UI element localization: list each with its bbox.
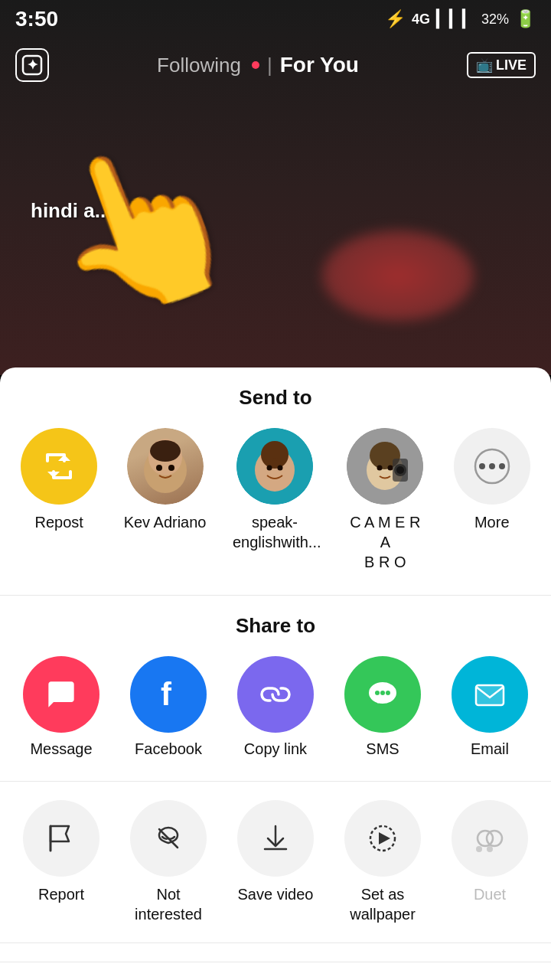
action-row: Report Notinterested Save bbox=[0, 800, 551, 924]
send-to-row: Repost Kev Adriano bbox=[0, 428, 551, 572]
signal-icon: ▎▎▎ bbox=[436, 9, 475, 29]
send-to-title: Send to bbox=[0, 386, 551, 410]
svg-point-37 bbox=[487, 831, 502, 846]
svg-point-5 bbox=[156, 465, 162, 471]
copy-link-icon bbox=[237, 656, 314, 733]
svg-point-10 bbox=[266, 466, 272, 471]
duet-icon bbox=[452, 800, 528, 877]
svg-point-30 bbox=[386, 691, 390, 695]
kev-avatar bbox=[127, 428, 204, 505]
send-label-more: More bbox=[474, 512, 510, 532]
svg-point-15 bbox=[377, 466, 383, 471]
action-item-duet: Duet bbox=[452, 800, 528, 924]
hand-pointer-icon: 👆 bbox=[21, 110, 262, 345]
more-avatar bbox=[454, 428, 530, 505]
top-nav: ✦ Following | For You 📺 LIVE bbox=[0, 38, 551, 92]
following-tab[interactable]: Following bbox=[157, 54, 241, 77]
bluetooth-icon: ⚡ bbox=[385, 9, 406, 29]
svg-point-39 bbox=[487, 846, 493, 852]
svg-point-21 bbox=[479, 463, 485, 469]
svg-point-16 bbox=[388, 466, 393, 471]
svg-text:✦: ✦ bbox=[27, 57, 38, 73]
svg-point-29 bbox=[380, 691, 385, 695]
action-label-set-wallpaper: Set aswallpaper bbox=[350, 884, 416, 924]
share-label-facebook: Facebook bbox=[135, 740, 202, 758]
not-interested-icon bbox=[130, 800, 207, 877]
action-item-save-video[interactable]: Save video bbox=[237, 800, 314, 924]
share-item-sms[interactable]: SMS bbox=[344, 656, 421, 758]
live-label: LIVE bbox=[496, 57, 527, 74]
share-label-sms: SMS bbox=[366, 740, 399, 758]
status-bar: 3:50 ⚡ 4G ▎▎▎ 32% 🔋 bbox=[0, 0, 551, 38]
speak-avatar bbox=[236, 428, 313, 505]
cancel-button[interactable]: Cancel bbox=[0, 962, 551, 980]
divider-1 bbox=[0, 595, 551, 596]
share-label-message: Message bbox=[30, 740, 92, 758]
nav-tabs: Following | For You bbox=[157, 53, 359, 77]
live-dot bbox=[252, 61, 259, 69]
report-icon bbox=[23, 800, 99, 877]
share-item-message[interactable]: Message bbox=[23, 656, 99, 758]
action-label-not-interested: Notinterested bbox=[135, 884, 202, 924]
svg-point-23 bbox=[499, 463, 505, 469]
email-icon bbox=[452, 656, 528, 733]
sms-icon bbox=[344, 656, 421, 733]
svg-marker-35 bbox=[379, 832, 390, 844]
live-tv-icon: 📺 bbox=[476, 57, 493, 74]
svg-line-33 bbox=[159, 829, 178, 848]
share-item-facebook[interactable]: f Facebook bbox=[130, 656, 207, 758]
facebook-icon: f bbox=[130, 656, 207, 733]
action-label-report: Report bbox=[38, 884, 84, 904]
divider-3 bbox=[0, 942, 551, 943]
action-label-save-video: Save video bbox=[238, 884, 314, 904]
send-label-repost: Repost bbox=[35, 512, 83, 532]
share-label-copylink: Copy link bbox=[244, 740, 307, 758]
share-item-email[interactable]: Email bbox=[452, 656, 528, 758]
live-button[interactable]: 📺 LIVE bbox=[467, 52, 536, 78]
share-item-copylink[interactable]: Copy link bbox=[237, 656, 314, 758]
camera-avatar bbox=[347, 428, 423, 505]
send-item-camera[interactable]: C A M E R AB R O bbox=[343, 428, 427, 572]
svg-point-11 bbox=[277, 466, 282, 471]
send-label-camera: C A M E R AB R O bbox=[343, 512, 427, 572]
battery-shape-icon: 🔋 bbox=[515, 9, 536, 29]
set-wallpaper-icon bbox=[344, 800, 421, 877]
svg-point-6 bbox=[168, 465, 174, 471]
network-icon: 4G bbox=[412, 11, 430, 28]
action-item-not-interested[interactable]: Notinterested bbox=[130, 800, 207, 924]
share-to-title: Share to bbox=[0, 614, 551, 638]
send-item-more[interactable]: More bbox=[454, 428, 530, 572]
svg-point-22 bbox=[489, 463, 495, 469]
send-item-repost[interactable]: Repost bbox=[21, 428, 97, 572]
send-label-kev: Kev Adriano bbox=[124, 512, 207, 532]
message-icon bbox=[23, 656, 99, 733]
send-item-speak[interactable]: speak-englishwith... bbox=[233, 428, 317, 572]
save-video-icon bbox=[237, 800, 314, 877]
svg-point-19 bbox=[396, 466, 404, 474]
svg-point-28 bbox=[375, 691, 380, 695]
svg-point-4 bbox=[150, 440, 181, 462]
action-item-report[interactable]: Report bbox=[23, 800, 99, 924]
send-label-speak: speak-englishwith... bbox=[233, 512, 317, 552]
status-icons: ⚡ 4G ▎▎▎ 32% 🔋 bbox=[385, 9, 536, 29]
svg-point-38 bbox=[476, 846, 482, 852]
action-item-set-wallpaper[interactable]: Set aswallpaper bbox=[344, 800, 421, 924]
action-label-duet: Duet bbox=[474, 884, 506, 904]
share-label-email: Email bbox=[471, 740, 509, 758]
battery-icon: 32% bbox=[481, 11, 509, 28]
for-you-tab[interactable]: For You bbox=[280, 53, 359, 77]
status-time: 3:50 bbox=[15, 7, 58, 31]
add-effects-button[interactable]: ✦ bbox=[15, 48, 49, 82]
video-bg-blob bbox=[321, 230, 474, 322]
bottom-sheet: Send to Repost bbox=[0, 368, 551, 980]
share-to-row: Message f Facebook Copy link bbox=[0, 656, 551, 758]
divider-2 bbox=[0, 781, 551, 782]
repost-avatar bbox=[21, 428, 97, 505]
svg-point-36 bbox=[478, 831, 493, 846]
send-item-kev[interactable]: Kev Adriano bbox=[124, 428, 207, 572]
svg-point-9 bbox=[261, 441, 289, 469]
svg-text:f: f bbox=[161, 676, 172, 712]
svg-rect-31 bbox=[476, 685, 504, 705]
